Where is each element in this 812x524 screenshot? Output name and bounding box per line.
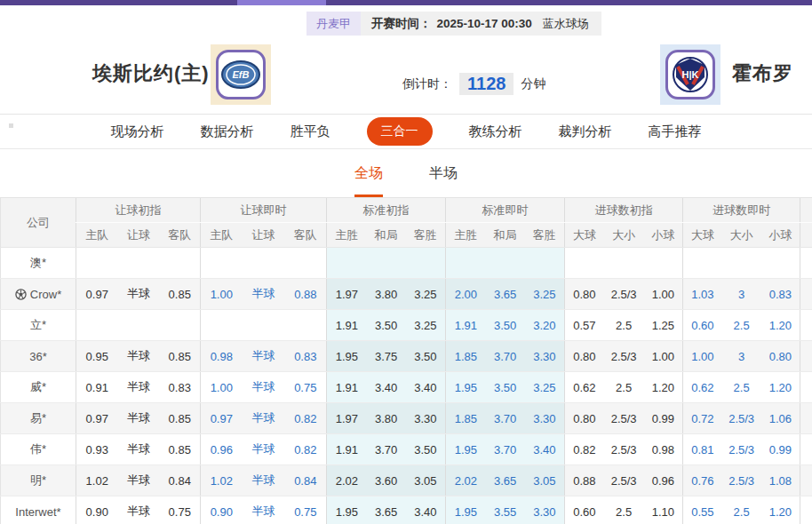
odds-cell: 3.50 <box>406 434 446 465</box>
odds-cell: 0.80 <box>565 279 604 310</box>
sub-header-主胜: 主胜 <box>327 223 367 248</box>
odds-cell: 3.55 <box>486 496 525 524</box>
company-cell[interactable]: 立* <box>1 310 76 341</box>
nav-tab-高手推荐[interactable]: 高手推荐 <box>649 123 702 140</box>
nav-tab-三合一[interactable]: 三合一 <box>367 117 433 146</box>
nav-tab-教练分析[interactable]: 教练分析 <box>469 123 522 140</box>
svg-text:EfB: EfB <box>233 69 250 80</box>
odds-cell <box>367 248 406 279</box>
countdown-label: 倒计时： <box>402 76 452 92</box>
company-cell[interactable]: 澳* <box>1 248 76 279</box>
odds-cell <box>160 248 201 279</box>
odds-cell <box>285 310 327 341</box>
table-row: 威*0.91半球0.831.00半球0.751.913.403.401.953.… <box>1 372 812 403</box>
period-tab-半场[interactable]: 半场 <box>429 164 458 197</box>
company-cell[interactable]: 伟* <box>1 434 76 465</box>
sub-header-客胜: 客胜 <box>406 223 446 248</box>
odds-cell: 0.80 <box>565 341 604 372</box>
odds-cell: 0.98 <box>644 434 683 465</box>
sub-header-客队: 客队 <box>285 223 327 248</box>
nav-tab-数据分析[interactable]: 数据分析 <box>201 123 254 140</box>
table-row: Crow*0.97半球0.851.00半球0.881.973.803.252.0… <box>1 279 812 310</box>
odds-cell: 0.96 <box>644 465 683 496</box>
odds-cell <box>722 248 761 279</box>
sub-header-大球: 大球 <box>565 223 604 248</box>
odds-table: 公司 让球初指让球即时标准初指标准即时进球数初指进球数即时 主队让球客队主队让球… <box>0 197 812 524</box>
odds-cell <box>243 310 285 341</box>
odds-cell <box>76 310 118 341</box>
home-logo-frame: EfB <box>216 50 266 99</box>
nav-tab-裁判分析[interactable]: 裁判分析 <box>559 123 612 140</box>
odds-cell: 0.72 <box>683 403 722 434</box>
odds-cell: 0.83 <box>160 372 201 403</box>
odds-cell: 0.75 <box>285 372 327 403</box>
company-cell[interactable]: 36* <box>1 341 76 372</box>
odds-cell: 1.00 <box>644 341 683 372</box>
odds-cell: 2.5/3 <box>722 434 761 465</box>
odds-cell: 2.5/3 <box>604 279 644 310</box>
odds-cell: 2.5/3 <box>604 434 644 465</box>
away-team-name: 霍布罗 <box>732 60 793 87</box>
odds-cell: 半球 <box>118 434 160 465</box>
odds-cell: 0.91 <box>76 372 118 403</box>
odds-cell: 半球 <box>118 496 160 524</box>
period-tab-全场[interactable]: 全场 <box>354 164 383 197</box>
odds-cell: 3.80 <box>367 279 406 310</box>
company-cell[interactable]: 易* <box>1 403 76 434</box>
odds-cell: 3.20 <box>525 310 565 341</box>
odds-cell: 0.75 <box>285 496 327 524</box>
group-header-进球数即时: 进球数即时 <box>683 198 800 223</box>
sub-header-主队: 主队 <box>76 223 118 248</box>
odds-cell: 1.91 <box>446 310 486 341</box>
league-badge: 丹麦甲 <box>306 12 361 36</box>
odds-cell <box>327 248 367 279</box>
sub-header-让球: 让球 <box>243 223 285 248</box>
sub-header-小球: 小球 <box>644 223 683 248</box>
odds-cell: 1.00 <box>201 372 243 403</box>
odds-cell: 半球 <box>118 465 160 496</box>
table-row: 立*1.913.503.251.913.503.200.572.51.250.6… <box>1 310 812 341</box>
sub-header-客胜: 客胜 <box>525 223 565 248</box>
group-header-标准初指: 标准初指 <box>327 198 446 223</box>
odds-cell: 0.76 <box>683 465 722 496</box>
odds-cell: 0.90 <box>201 496 243 524</box>
clipped-cell <box>800 279 812 310</box>
odds-cell: 1.20 <box>761 372 800 403</box>
company-cell[interactable]: 明* <box>1 465 76 496</box>
odds-cell <box>285 248 327 279</box>
odds-cell: 0.57 <box>565 310 604 341</box>
clipped-column-header <box>800 223 812 248</box>
venue-label: 蓝水球场 <box>543 12 601 36</box>
odds-cell <box>76 248 118 279</box>
odds-cell: 半球 <box>243 434 285 465</box>
nav-tab-现场分析[interactable]: 现场分析 <box>111 123 164 140</box>
odds-cell: 3.50 <box>367 310 406 341</box>
odds-cell: 3.75 <box>367 341 406 372</box>
odds-cell: 3.40 <box>525 434 565 465</box>
odds-cell: 3.30 <box>525 341 565 372</box>
odds-cell: 半球 <box>243 341 285 372</box>
away-logo-frame: H|K <box>665 50 715 99</box>
odds-cell: 3.40 <box>406 372 446 403</box>
odds-cell: 2.02 <box>446 465 486 496</box>
odds-cell: 0.97 <box>76 279 118 310</box>
odds-cell <box>525 248 565 279</box>
company-cell[interactable]: Crow* <box>1 279 76 310</box>
odds-cell <box>118 248 160 279</box>
odds-cell <box>201 248 243 279</box>
odds-cell: 3.25 <box>525 279 565 310</box>
home-team-logo: EfB <box>211 44 271 105</box>
odds-cell <box>761 248 800 279</box>
company-cell[interactable]: Interwet* <box>1 496 76 524</box>
odds-cell: 0.85 <box>160 403 201 434</box>
away-crest-icon: H|K <box>672 56 709 93</box>
nav-tab-胜平负[interactable]: 胜平负 <box>291 123 330 140</box>
odds-cell: 3.25 <box>406 279 446 310</box>
clipped-cell <box>800 248 812 279</box>
odds-cell <box>486 248 525 279</box>
odds-cell: 0.98 <box>201 341 243 372</box>
company-cell[interactable]: 威* <box>1 372 76 403</box>
company-column-header: 公司 <box>1 198 76 248</box>
odds-cell: 1.02 <box>201 465 243 496</box>
odds-cell: 1.85 <box>446 403 486 434</box>
